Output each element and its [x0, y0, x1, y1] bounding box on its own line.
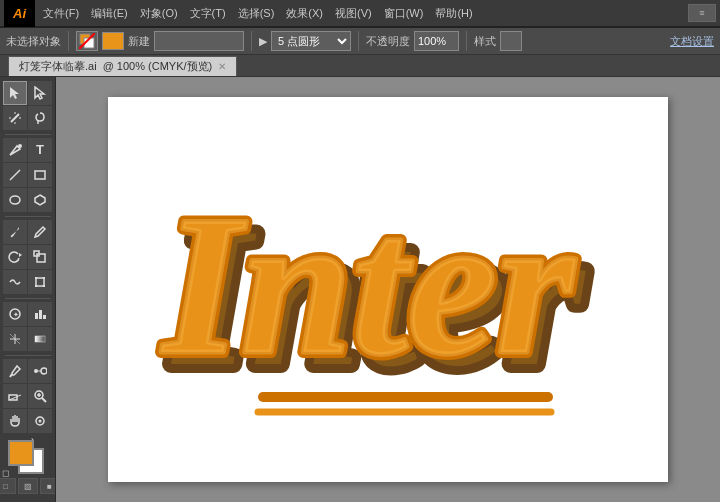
screen-mode-3[interactable]: ■: [40, 478, 57, 494]
svg-rect-20: [35, 277, 37, 279]
fill-input[interactable]: [154, 31, 244, 51]
tool-row-2: [0, 106, 55, 130]
tool-sep-2: [5, 216, 51, 217]
svg-rect-21: [43, 277, 45, 279]
style-label: 样式: [474, 34, 496, 49]
tool-sep-4: [5, 355, 51, 356]
svg-line-5: [11, 114, 19, 122]
stroke-indicator[interactable]: [76, 31, 98, 51]
doc-setup-label: 文档设置: [670, 35, 714, 47]
menu-file[interactable]: 文件(F): [37, 0, 85, 27]
ai-logo: Ai: [4, 0, 35, 27]
menu-bar: 文件(F) 编辑(E) 对象(O) 文字(T) 选择(S) 效果(X) 视图(V…: [37, 0, 479, 27]
line-tool[interactable]: [3, 163, 27, 187]
style-box[interactable]: [500, 31, 522, 51]
text-tool[interactable]: T: [28, 138, 52, 162]
color-reset-btn[interactable]: ◻: [2, 468, 9, 478]
tab-close-btn[interactable]: ✕: [218, 61, 226, 72]
menu-edit[interactable]: 编辑(E): [85, 0, 134, 27]
direct-select-tool[interactable]: [28, 81, 52, 105]
screen-mode-1[interactable]: □: [0, 478, 16, 494]
brush-tool[interactable]: [3, 220, 27, 244]
tool-row-5: [0, 188, 55, 212]
tool-row-1: [0, 81, 55, 105]
tab-filename: 灯笼字体临摹.ai: [19, 59, 97, 74]
svg-point-35: [41, 368, 47, 374]
svg-rect-28: [43, 315, 46, 319]
svg-marker-4: [35, 87, 44, 99]
eyedropper-tool[interactable]: [3, 359, 27, 383]
free-transform-tool[interactable]: [28, 270, 52, 294]
brush-select[interactable]: 5 点圆形: [271, 31, 351, 51]
title-bar: Ai 文件(F) 编辑(E) 对象(O) 文字(T) 选择(S) 效果(X) 视…: [0, 0, 720, 27]
scale-tool[interactable]: [28, 245, 52, 269]
pen-tool[interactable]: [3, 138, 27, 162]
separator-2: [251, 31, 252, 51]
select-tool[interactable]: [3, 81, 27, 105]
svg-line-40: [42, 398, 46, 402]
document-tab[interactable]: 灯笼字体临摹.ai @ 100% (CMYK/预览) ✕: [8, 56, 237, 76]
svg-point-44: [39, 419, 42, 422]
tool-row-4: [0, 163, 55, 187]
view-tool[interactable]: [28, 409, 52, 433]
menu-object[interactable]: 对象(O): [134, 0, 184, 27]
screen-mode-2[interactable]: ▨: [18, 478, 38, 494]
polygon-tool[interactable]: [28, 188, 52, 212]
workspace-switcher[interactable]: ≡: [688, 4, 716, 22]
svg-line-12: [10, 170, 20, 180]
svg-rect-23: [43, 285, 45, 287]
blend-tool[interactable]: [28, 359, 52, 383]
menu-type[interactable]: 文字(T): [184, 0, 232, 27]
lasso-tool[interactable]: [28, 106, 52, 130]
tool-row-hand: [0, 409, 55, 433]
foreground-color-box[interactable]: [8, 440, 34, 466]
warp-tool[interactable]: [3, 270, 27, 294]
separator-3: [358, 31, 359, 51]
ellipse-tool[interactable]: [3, 188, 27, 212]
hand-tool[interactable]: [3, 409, 27, 433]
tool-row-9: ✦: [0, 302, 55, 326]
menu-select[interactable]: 选择(S): [232, 0, 281, 27]
menu-effect[interactable]: 效果(X): [280, 0, 329, 27]
gradient-tool[interactable]: [28, 327, 52, 351]
rect-tool[interactable]: [28, 163, 52, 187]
svg-marker-3: [10, 87, 19, 99]
menu-window[interactable]: 窗口(W): [378, 0, 430, 27]
tool-row-11: [0, 359, 55, 383]
svg-rect-27: [39, 310, 42, 319]
color-boxes-area: ⇄ ◻: [0, 434, 56, 479]
svg-rect-22: [35, 285, 37, 287]
fill-new-label: 新建: [128, 34, 150, 49]
graph-tool[interactable]: [28, 302, 52, 326]
toolbox: T: [0, 77, 56, 502]
svg-marker-15: [35, 195, 45, 205]
svg-text:✦: ✦: [13, 311, 19, 318]
svg-rect-19: [36, 278, 44, 286]
magic-wand-tool[interactable]: [3, 106, 27, 130]
svg-marker-16: [19, 253, 22, 257]
screen-mode-row: □ ▨ ■: [0, 478, 56, 494]
options-bar: 未选择对象 新建 ▶ 5 点圆形 不透明度 样式 文档设置: [0, 27, 720, 55]
svg-point-14: [10, 196, 20, 204]
doc-setup-btn[interactable]: 文档设置: [670, 34, 714, 49]
svg-point-34: [34, 369, 38, 373]
menu-help[interactable]: 帮助(H): [429, 0, 478, 27]
tab-zoom-info: @ 100% (CMYK/预览): [103, 59, 213, 74]
tool-row-8: [0, 270, 55, 294]
pencil-tool[interactable]: [28, 220, 52, 244]
opacity-input[interactable]: [414, 31, 459, 51]
tool-row-7: [0, 245, 55, 269]
svg-point-11: [18, 144, 22, 148]
zoom-tool[interactable]: [28, 384, 52, 408]
mesh-tool[interactable]: [3, 327, 27, 351]
rotate-tool[interactable]: [3, 245, 27, 269]
canvas-area: Inter Inter Inter: [56, 77, 720, 502]
separator-4: [466, 31, 467, 51]
svg-text:Inter: Inter: [161, 174, 576, 395]
symbol-tool[interactable]: ✦: [3, 302, 27, 326]
svg-rect-17: [37, 254, 45, 262]
no-selection-label: 未选择对象: [6, 34, 61, 49]
fill-color-box[interactable]: [102, 32, 124, 50]
eraser-tool[interactable]: [3, 384, 27, 408]
menu-view[interactable]: 视图(V): [329, 0, 378, 27]
